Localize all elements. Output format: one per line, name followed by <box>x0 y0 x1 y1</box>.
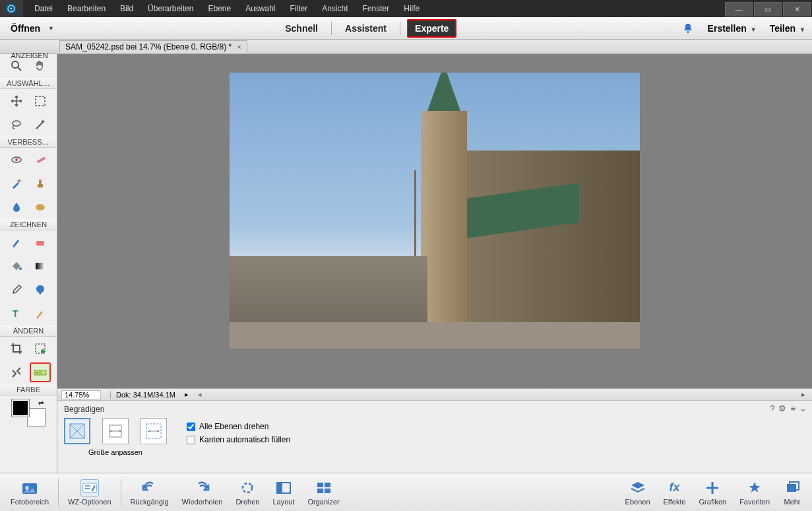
fotobereich-button[interactable]: Fotobereich <box>4 479 55 506</box>
favoriten-button[interactable]: Favoriten <box>733 479 776 506</box>
tool-options-icon <box>80 479 99 496</box>
panel-menu-icon[interactable]: ≡ <box>790 403 796 413</box>
checkbox-all-layers[interactable]: Alle Ebenen drehen <box>187 422 290 431</box>
content-aware-move-tool[interactable] <box>6 362 27 382</box>
clone-stamp-tool[interactable] <box>30 174 51 193</box>
favorites-icon <box>745 479 764 496</box>
document-image <box>230 73 640 349</box>
crop-tool[interactable] <box>6 339 27 358</box>
svg-rect-13 <box>38 184 43 187</box>
checkbox-auto-fill[interactable]: Kanten automatisch füllen <box>187 435 290 444</box>
smart-brush-tool[interactable] <box>6 174 27 193</box>
menu-ueberarbeiten[interactable]: Überarbeiten <box>141 1 200 16</box>
color-swatches[interactable]: ⇄ <box>12 399 45 426</box>
collapse-panel-icon[interactable]: ⌄ <box>799 403 807 413</box>
ebenen-button[interactable]: Ebenen <box>619 479 657 506</box>
organizer-button[interactable]: Organizer <box>301 479 346 506</box>
spot-healing-tool[interactable] <box>30 150 51 170</box>
lasso-tool[interactable] <box>6 115 27 135</box>
recompose-tool[interactable] <box>30 339 51 358</box>
straighten-option-grow[interactable] <box>64 418 90 444</box>
option-caption: Größe anpassen <box>64 448 167 456</box>
menu-ansicht[interactable]: Ansicht <box>315 1 354 16</box>
pencil-tool[interactable] <box>30 304 51 324</box>
svg-rect-49 <box>325 489 330 493</box>
svg-rect-47 <box>325 483 330 487</box>
rotate-button[interactable]: Drehen <box>229 479 266 506</box>
redo-button[interactable]: Wiederholen <box>175 479 230 506</box>
create-button[interactable]: Erstellen▼ <box>708 23 757 34</box>
menu-ebene[interactable]: Ebene <box>201 1 237 16</box>
svg-point-43 <box>243 483 252 493</box>
brush-tool[interactable] <box>6 232 27 252</box>
canvas-viewport[interactable] <box>57 54 812 388</box>
undo-button[interactable]: Rückgängig <box>124 479 175 506</box>
menu-hilfe[interactable]: Hilfe <box>397 1 426 16</box>
svg-text:T: T <box>13 308 18 319</box>
sponge-tool[interactable] <box>30 197 51 217</box>
foreground-color-swatch[interactable] <box>12 399 29 417</box>
svg-point-16 <box>38 206 40 207</box>
redeye-tool[interactable] <box>6 150 27 170</box>
shape-tool[interactable] <box>30 280 51 300</box>
marquee-tool[interactable] <box>30 91 51 111</box>
svg-point-19 <box>19 267 22 270</box>
close-tab-icon[interactable]: × <box>237 43 241 51</box>
svg-rect-52 <box>787 484 796 492</box>
share-button[interactable]: Teilen▼ <box>770 23 805 34</box>
notification-bell-icon[interactable] <box>681 22 695 35</box>
menu-datei[interactable]: Datei <box>28 1 59 16</box>
bottom-bar: Fotobereich WZ-Optionen Rückgängig Wiede… <box>0 473 812 511</box>
grafiken-button[interactable]: Grafiken <box>693 479 734 506</box>
swap-colors-icon[interactable]: ⇄ <box>38 399 44 407</box>
straighten-option-crop[interactable] <box>102 418 129 444</box>
svg-rect-12 <box>17 179 21 183</box>
mehr-button[interactable]: Mehr <box>776 479 808 506</box>
magic-wand-tool[interactable] <box>30 115 51 135</box>
gradient-tool[interactable] <box>30 256 51 276</box>
redo-icon <box>193 479 211 496</box>
eraser-tool[interactable] <box>30 232 51 252</box>
menu-auswahl[interactable]: Auswahl <box>239 1 282 16</box>
svg-line-5 <box>18 67 21 71</box>
mode-assistent[interactable]: Assistent <box>338 20 393 36</box>
layout-button[interactable]: Layout <box>266 479 301 506</box>
hscroll-right-icon[interactable]: ▸ <box>799 390 808 399</box>
svg-point-36 <box>148 430 150 432</box>
svg-rect-14 <box>39 180 42 184</box>
help-icon[interactable]: ? <box>770 403 774 413</box>
menu-fenster[interactable]: Fenster <box>356 1 396 16</box>
toolbox-header-select: AUSWÄHL… <box>0 78 57 89</box>
menu-bearbeiten[interactable]: Bearbeiten <box>61 1 112 16</box>
svg-rect-48 <box>317 489 323 493</box>
move-tool[interactable] <box>6 91 27 111</box>
svg-point-37 <box>158 430 160 432</box>
open-button[interactable]: Öffnen <box>7 20 44 36</box>
open-dropdown-icon[interactable]: ▼ <box>48 25 54 32</box>
straighten-tool[interactable] <box>30 362 51 382</box>
layers-icon <box>629 479 647 496</box>
mode-schnell[interactable]: Schnell <box>278 20 325 36</box>
info-flyout-icon[interactable]: ▸ <box>185 390 189 399</box>
blur-tool[interactable] <box>6 197 27 217</box>
minimize-button[interactable]: — <box>725 2 753 17</box>
maximize-button[interactable]: ▭ <box>754 2 782 17</box>
tool-options-panel: ? ⚙ ≡ ⌄ Begradigen Größe anpassen Alle E… <box>57 400 812 473</box>
zoom-field[interactable]: 14.75% <box>61 390 101 399</box>
mode-experte[interactable]: Experte <box>407 19 456 38</box>
menu-bild[interactable]: Bild <box>113 1 140 16</box>
effekte-button[interactable]: fx Effekte <box>657 479 693 506</box>
background-color-swatch[interactable] <box>28 409 45 426</box>
document-tab[interactable]: SAM_05242.psd bei 14.7% (Ebene 0, RGB/8)… <box>59 40 247 53</box>
straighten-option-original[interactable] <box>141 418 167 444</box>
svg-point-3 <box>687 31 689 33</box>
svg-rect-6 <box>36 96 45 106</box>
layout-icon <box>274 479 293 496</box>
close-button[interactable]: ✕ <box>783 2 811 17</box>
wz-optionen-button[interactable]: WZ-Optionen <box>61 479 117 506</box>
paint-bucket-tool[interactable] <box>6 256 27 276</box>
eyedropper-tool[interactable] <box>6 280 27 300</box>
reset-icon[interactable]: ⚙ <box>778 403 786 413</box>
type-tool[interactable]: T <box>6 304 27 324</box>
menu-filter[interactable]: Filter <box>284 1 315 16</box>
